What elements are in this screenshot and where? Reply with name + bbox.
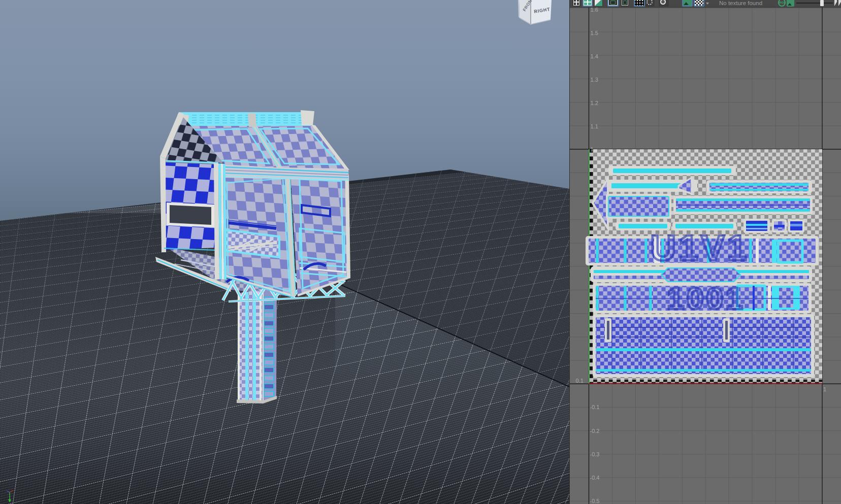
svg-text:-0.3: -0.3 <box>590 451 600 457</box>
svg-text:1.5: 1.5 <box>591 30 598 36</box>
svg-text:1.4: 1.4 <box>591 53 598 59</box>
svg-text:1.2: 1.2 <box>591 100 598 106</box>
svg-text:1.3: 1.3 <box>591 77 598 83</box>
svg-text:0.1: 0.1 <box>576 378 584 384</box>
svg-text:1.1: 1.1 <box>591 123 598 129</box>
svg-text:U1V1: U1V1 <box>650 228 749 268</box>
svg-text:1: 1 <box>823 386 826 392</box>
svg-text:-0.1: -0.1 <box>590 404 600 410</box>
svg-text:1001: 1001 <box>667 281 745 316</box>
svg-text:-0.2: -0.2 <box>590 428 600 434</box>
svg-text:-0.4: -0.4 <box>590 475 600 481</box>
svg-text:-0.5: -0.5 <box>590 498 600 504</box>
svg-text:1: 1 <box>591 146 594 152</box>
